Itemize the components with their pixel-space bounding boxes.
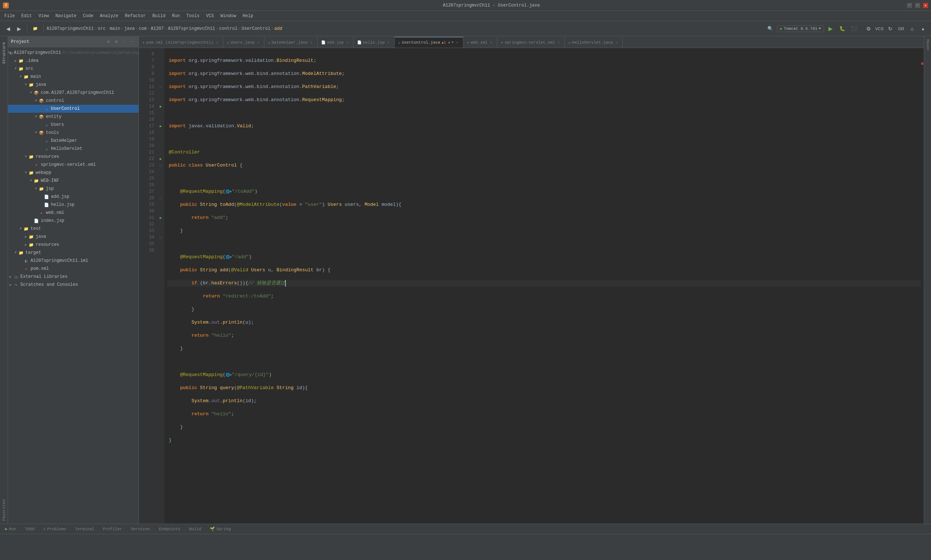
menu-refactor[interactable]: Refactor [122,12,149,20]
tree-item-usercontrol[interactable]: ☕ UserControl [8,105,138,113]
breadcrumb-module[interactable]: A1207springmvcCh11 [168,26,215,31]
breadcrumb-control[interactable]: control [219,26,237,31]
tab-datehelper[interactable]: ☕ DateHelper.java ✕ [265,37,317,48]
search-button[interactable]: 🔍 [765,24,776,34]
tab-hello-close[interactable]: ✕ [386,40,391,45]
menu-edit[interactable]: Edit [18,12,35,20]
bottom-tab-spring[interactable]: 🌱 Spring [206,525,235,534]
menu-window[interactable]: Window [217,12,239,20]
bottom-tab-build[interactable]: Build [185,525,205,534]
tab-webxml-close[interactable]: ✕ [489,40,493,45]
tab-helloservlet[interactable]: ☕ HelloServlet.java ✕ [565,37,623,48]
tab-hello[interactable]: 📄 hello.jsp ✕ [354,37,394,48]
tree-item-tools[interactable]: ▼ 📦 tools [8,129,138,137]
tree-item-webxml[interactable]: ✦ web.xml [8,209,138,217]
stop-button[interactable]: ⬛ [849,24,859,34]
debug-button[interactable]: 🐛 [837,24,847,34]
tab-addjsp[interactable]: 📄 add.jsp ✕ [317,37,354,48]
bottom-tab-problems[interactable]: ⚠ Problems [40,525,70,534]
breadcrumb-project[interactable]: A1207springmvcCh11 [46,26,94,31]
panel-gear-btn[interactable]: ⚙ [105,38,112,45]
tree-item-indexjsp[interactable]: 📄 index.jsp [8,217,138,225]
menu-view[interactable]: View [35,12,52,20]
favorites-panel-toggle[interactable]: Favorites [1,496,7,524]
menu-navigate[interactable]: Navigate [52,12,79,20]
panel-settings-btn[interactable]: ⋮ [121,38,128,45]
tab-dh-close[interactable]: ✕ [309,40,314,45]
structure-panel-toggle[interactable]: Structure [1,39,7,66]
close-button[interactable]: ✕ [923,3,928,8]
tree-item-helloservlet[interactable]: ☕ HelloServlet [8,145,138,153]
tree-item-src[interactable]: ▼ 📁 src [8,65,138,73]
breadcrumb-src[interactable]: src [98,26,106,31]
breadcrumb-a1207[interactable]: A1207 [151,26,164,31]
run-button[interactable]: ▶ [826,24,836,34]
tree-item-entity[interactable]: ▼ 📦 entity [8,113,138,121]
tree-item-pom[interactable]: ✦ pom.xml [8,265,138,273]
tree-item-hellojsp[interactable]: 📄 hello.jsp [8,201,138,209]
bottom-tab-todo[interactable]: TODO [21,525,38,534]
tomcat-indicator[interactable]: ▶ Tomcat 8.5.781 ▼ [777,25,824,32]
tree-item-users[interactable]: ☕ Users [8,121,138,129]
panel-minimize-btn[interactable]: ─ [129,38,135,45]
menu-run[interactable]: Run [169,12,183,20]
bottom-tab-services[interactable]: Services [127,525,154,534]
tree-item-webinf[interactable]: ▼ 📁 WEB-INF [8,177,138,185]
tree-item-testjava[interactable]: ▶ 📁 java [8,233,138,241]
toolbar-update[interactable]: ↻ [885,24,896,34]
tree-item-iml[interactable]: ◧ A1207springmvcCh11.iml [8,257,138,265]
maximize-button[interactable]: □ [915,3,920,8]
code-content[interactable]: import org.springframework.validation.Bi… [165,48,924,524]
tree-item-extlibs[interactable]: ▶ 🗂 External Libraries [8,273,138,281]
tree-item-main[interactable]: ▼ 📁 main [8,73,138,81]
tab-pom-close[interactable]: ✕ [215,40,219,45]
tree-item-addjsp[interactable]: 📄 add.jsp [8,193,138,201]
tab-pom[interactable]: ✦ pom.xml (A1207springmvcCh11) ✕ [139,37,223,48]
tree-item-resources[interactable]: ▼ 📁 resources [8,153,138,161]
tree-item-idea[interactable]: ▶ 📁 .idea [8,57,138,65]
toolbar-forward-button[interactable]: ▶ [14,24,24,34]
toolbar-git[interactable]: VCS [874,24,885,34]
tab-sm-close[interactable]: ✕ [556,40,561,45]
menu-code[interactable]: Code [80,12,96,20]
toolbar-project-button[interactable]: 📁 [30,24,40,34]
tree-item-datehelper[interactable]: ☕ DateHelper [8,137,138,145]
tab-addjsp-close[interactable]: ✕ [345,40,349,45]
tab-springmvc[interactable]: ✦ springmvc-servlet.xml ✕ [497,37,565,48]
maven-panel-toggle[interactable]: Maven [925,38,930,52]
bottom-tab-profiler[interactable]: Profiler [99,525,126,534]
toolbar-extra2[interactable]: △ [907,24,917,34]
toolbar-extra1[interactable]: GR [896,24,906,34]
menu-file[interactable]: File [2,12,18,20]
breadcrumb-usercontrol[interactable]: UserControl [242,26,270,31]
tree-item-com[interactable]: ▼ 📦 com.A1207.A1207springmvcCh11 [8,89,138,97]
menu-build[interactable]: Build [149,12,168,20]
toolbar-settings[interactable]: ⚙ [863,24,874,34]
minimize-button[interactable]: ─ [907,3,912,8]
tab-hserv-close[interactable]: ✕ [614,40,619,45]
window-controls[interactable]: ─ □ ✕ [907,3,928,8]
tree-item-control[interactable]: ▼ 📦 control [8,97,138,105]
toolbar-extra3[interactable]: ▲ [918,24,928,34]
tab-users[interactable]: ☕ Users.java ✕ [223,37,265,48]
toolbar-back-button[interactable]: ◀ [3,24,13,34]
tree-item-test[interactable]: ▼ 📁 test [8,225,138,233]
tab-users-close[interactable]: ✕ [256,40,260,45]
bottom-tab-terminal[interactable]: Terminal [71,525,98,534]
menu-help[interactable]: Help [240,12,256,20]
menu-tools[interactable]: Tools [184,12,203,20]
breadcrumb-main[interactable]: main [110,26,120,31]
menu-vcs[interactable]: VCS [203,12,217,20]
tree-item-scratches[interactable]: ▶ ✎ Scratches and Consoles [8,281,138,289]
breadcrumb-add[interactable]: add [275,26,283,31]
bottom-tab-endpoints[interactable]: Endpoints [155,525,184,534]
tree-item-springmvc[interactable]: ✦ springmvc-servlet.xml [8,161,138,169]
tree-item-webapp[interactable]: ▼ 📁 webapp [8,169,138,177]
tree-item-jsp[interactable]: ▼ 📁 jsp [8,185,138,193]
tab-usercontrol[interactable]: ☕ UserControl.java ▲1 ▲ ▼ ✕ [395,37,463,48]
tree-item-root[interactable]: ▼ ◧ A1207springmvcCh11 D:\JavaEnterprise… [8,49,138,57]
tree-item-java[interactable]: ▼ 📁 java [8,81,138,89]
breadcrumb-com[interactable]: com [139,26,147,31]
breadcrumb-java[interactable]: java [125,26,135,31]
tree-item-target[interactable]: ▼ 📁 target [8,249,138,257]
